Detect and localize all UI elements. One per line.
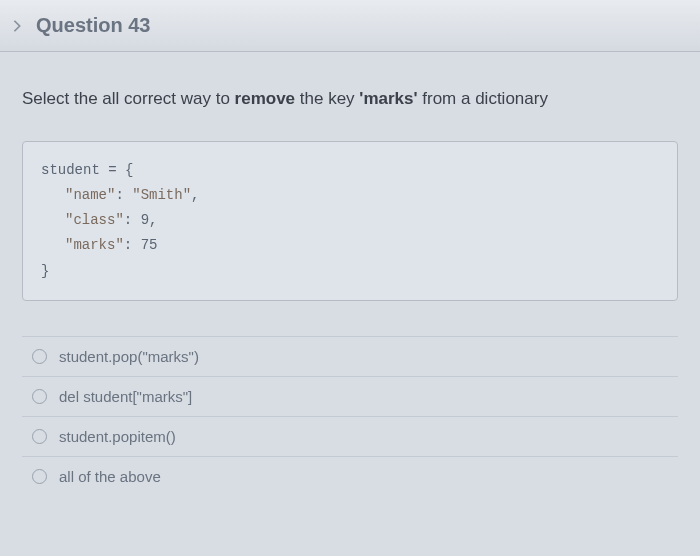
question-prompt: Select the all correct way to remove the…	[22, 87, 678, 111]
chevron-right-icon	[10, 19, 24, 33]
option-2[interactable]: del student["marks"]	[22, 376, 678, 416]
prompt-mid: the key	[295, 89, 359, 108]
option-label: all of the above	[59, 468, 161, 485]
prompt-bold-key: 'marks'	[359, 89, 417, 108]
prompt-prefix: Select the all correct way to	[22, 89, 235, 108]
prompt-suffix: from a dictionary	[418, 89, 548, 108]
option-label: student.popitem()	[59, 428, 176, 445]
answer-options: student.pop("marks") del student["marks"…	[22, 336, 678, 496]
code-block: student = { "name": "Smith", "class": 9,…	[22, 141, 678, 301]
code-line: "name": "Smith",	[41, 183, 659, 208]
radio-icon	[32, 389, 47, 404]
question-content: Select the all correct way to remove the…	[0, 52, 700, 511]
code-line: }	[41, 259, 659, 284]
code-line: "marks": 75	[41, 233, 659, 258]
radio-icon	[32, 469, 47, 484]
radio-icon	[32, 429, 47, 444]
question-header: Question 43	[0, 0, 700, 52]
prompt-bold-remove: remove	[235, 89, 295, 108]
option-3[interactable]: student.popitem()	[22, 416, 678, 456]
radio-icon	[32, 349, 47, 364]
code-line: "class": 9,	[41, 208, 659, 233]
option-4[interactable]: all of the above	[22, 456, 678, 496]
option-1[interactable]: student.pop("marks")	[22, 336, 678, 376]
question-title: Question 43	[36, 14, 150, 37]
option-label: student.pop("marks")	[59, 348, 199, 365]
option-label: del student["marks"]	[59, 388, 192, 405]
code-line: student = {	[41, 158, 659, 183]
